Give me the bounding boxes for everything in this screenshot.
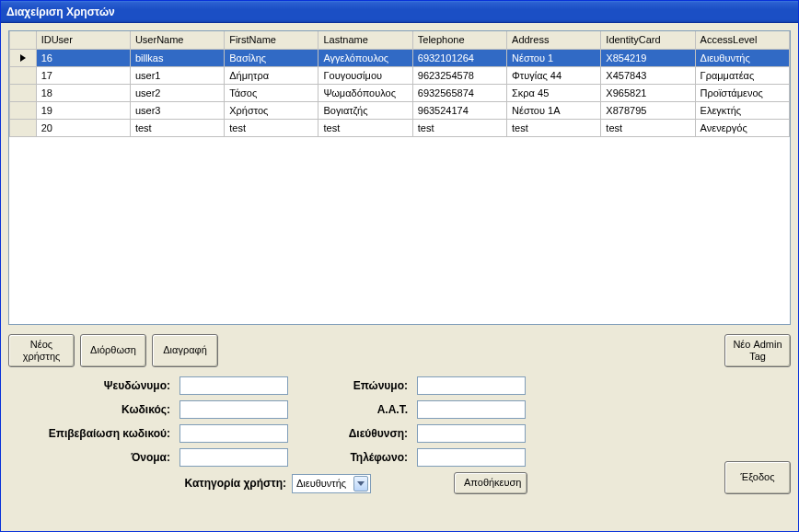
row-header[interactable]	[10, 119, 37, 136]
delete-button[interactable]: Διαγραφή	[152, 334, 218, 367]
cell[interactable]: 6932565874	[412, 84, 506, 101]
user-form: Ψευδώνυμο: Επώνυμο: Κωδικός: Α.Α.Τ. Επιβ…	[8, 376, 527, 494]
cell[interactable]: 20	[36, 119, 130, 136]
address-field[interactable]	[417, 424, 526, 443]
cell[interactable]: Γραμματέας	[695, 66, 789, 84]
grid-header-row: IDUser UserName FirstName Lastname Telep…	[10, 31, 790, 49]
lastname-field[interactable]	[417, 376, 526, 395]
cell[interactable]: 6932101264	[412, 49, 506, 66]
label-phone: Τηλέφωνο:	[338, 451, 411, 464]
cell[interactable]: Νέστου 1	[507, 49, 601, 66]
col-address[interactable]: Address	[507, 31, 601, 49]
label-username: Ψευδώνυμο:	[17, 379, 174, 392]
chevron-down-icon[interactable]	[353, 476, 368, 492]
category-combobox[interactable]: Διευθυντής	[292, 474, 371, 493]
exit-area: Έξοδος	[537, 376, 791, 494]
firstname-field[interactable]	[179, 448, 288, 467]
label-confirm: Επιβεβαίωση κωδικού:	[17, 427, 174, 440]
new-user-button[interactable]: Νέοςχρήστης	[8, 334, 75, 367]
window-title: Διαχείριση Χρηστών	[6, 6, 115, 18]
col-lastname[interactable]: Lastname	[318, 31, 412, 49]
cell[interactable]: Διευθυντής	[695, 49, 789, 66]
action-toolbar: Νέοςχρήστης Διόρθωση Διαγραφή Νέο AdminT…	[8, 334, 791, 367]
confirm-password-field[interactable]	[179, 424, 288, 443]
table-row[interactable]: 20testtesttesttesttesttestΑνενεργός	[10, 119, 790, 136]
cell[interactable]: X965821	[601, 84, 695, 101]
idcard-field[interactable]	[417, 400, 526, 419]
category-value: Διευθυντής	[296, 478, 353, 489]
cell[interactable]: X457843	[601, 66, 695, 84]
cell[interactable]: Βασίλης	[225, 49, 318, 66]
cell[interactable]: test	[412, 119, 506, 136]
col-iduser[interactable]: IDUser	[36, 31, 130, 49]
cell[interactable]: Γουγουσίμου	[318, 66, 412, 84]
cell[interactable]: 17	[36, 66, 130, 84]
cell[interactable]: X854219	[601, 49, 695, 66]
cell[interactable]: Ελεγκτής	[695, 101, 789, 119]
cell[interactable]: 9623254578	[412, 66, 506, 84]
titlebar[interactable]: Διαχείριση Χρηστών	[1, 1, 798, 23]
phone-field[interactable]	[417, 448, 526, 467]
new-admin-tag-button[interactable]: Νέο AdminTag	[724, 334, 791, 367]
exit-button[interactable]: Έξοδος	[724, 461, 791, 494]
label-firstname: Όνομα:	[17, 451, 174, 464]
cell[interactable]: Φτυγίας 44	[507, 66, 601, 84]
cell[interactable]: 16	[36, 49, 130, 66]
cell[interactable]: Χρήστος	[225, 101, 318, 119]
table-row[interactable]: 18user2ΤάσοςΨωμαδόπουλος6932565874Σκρα 4…	[10, 84, 790, 101]
cell[interactable]: Ψωμαδόπουλος	[318, 84, 412, 101]
col-firstname[interactable]: FirstName	[225, 31, 318, 49]
col-accesslevel[interactable]: AccessLevel	[695, 31, 789, 49]
label-category: Κατηγορία χρήστη:	[17, 477, 290, 490]
cell[interactable]: test	[225, 119, 318, 136]
cell[interactable]: 963524174	[412, 101, 506, 119]
cell[interactable]: 19	[36, 101, 130, 119]
cell[interactable]: billkas	[130, 49, 224, 66]
edit-button[interactable]: Διόρθωση	[80, 334, 146, 367]
bottom-row: Ψευδώνυμο: Επώνυμο: Κωδικός: Α.Α.Τ. Επιβ…	[8, 376, 791, 494]
username-field[interactable]	[179, 376, 288, 395]
row-header[interactable]	[10, 101, 37, 119]
cell[interactable]: Προϊστάμενος	[695, 84, 789, 101]
cell[interactable]: test	[601, 119, 695, 136]
table-row[interactable]: 17user1ΔήμητραΓουγουσίμου9623254578Φτυγί…	[10, 66, 790, 84]
window-content: IDUser UserName FirstName Lastname Telep…	[1, 23, 798, 531]
col-username[interactable]: UserName	[130, 31, 224, 49]
cell[interactable]: Αγγελόπουλος	[318, 49, 412, 66]
col-telephone[interactable]: Telephone	[412, 31, 506, 49]
label-lastname: Επώνυμο:	[338, 379, 411, 392]
cell[interactable]: X878795	[601, 101, 695, 119]
cell[interactable]: Βογιατζής	[318, 101, 412, 119]
cell[interactable]: test	[130, 119, 224, 136]
row-header[interactable]	[10, 49, 37, 66]
label-address: Διεύθυνση:	[338, 427, 411, 440]
cell[interactable]: Ανενεργός	[695, 119, 789, 136]
cell[interactable]: test	[507, 119, 601, 136]
label-idcard: Α.Α.Τ.	[338, 403, 411, 416]
cell[interactable]: Τάσος	[225, 84, 318, 101]
table-row[interactable]: 19user3ΧρήστοςΒογιατζής963524174Νέστου 1…	[10, 101, 790, 119]
cell[interactable]: user3	[130, 101, 224, 119]
save-button[interactable]: Αποθήκευση	[454, 472, 527, 494]
col-identitycard[interactable]: IdentityCard	[601, 31, 695, 49]
row-pointer-icon	[20, 54, 26, 62]
users-grid[interactable]: IDUser UserName FirstName Lastname Telep…	[8, 30, 791, 325]
cell[interactable]: user1	[130, 66, 224, 84]
password-field[interactable]	[179, 400, 288, 419]
label-password: Κωδικός:	[17, 403, 174, 416]
cell[interactable]: Σκρα 45	[507, 84, 601, 101]
cell[interactable]: 18	[36, 84, 130, 101]
grid-corner	[10, 31, 37, 49]
cell[interactable]: test	[318, 119, 412, 136]
row-header[interactable]	[10, 66, 37, 84]
cell[interactable]: user2	[130, 84, 224, 101]
user-management-window: Διαχείριση Χρηστών IDUser UserName First…	[0, 0, 799, 532]
row-header[interactable]	[10, 84, 37, 101]
table-row[interactable]: 16billkasΒασίληςΑγγελόπουλος6932101264Νέ…	[10, 49, 790, 66]
cell[interactable]: Δήμητρα	[225, 66, 318, 84]
cell[interactable]: Νέστου 1Α	[507, 101, 601, 119]
